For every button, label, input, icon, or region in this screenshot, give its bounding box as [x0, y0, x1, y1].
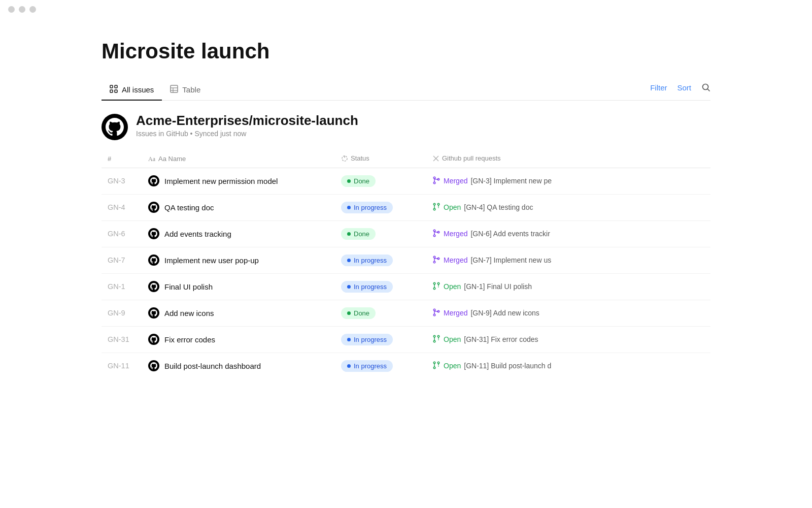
- svg-point-41: [433, 335, 435, 337]
- row-id: GN-31: [101, 326, 142, 353]
- row-id: GN-3: [101, 168, 142, 194]
- issue-name: Add events tracking: [164, 230, 231, 238]
- pr-text: [GN-1] Final UI polish: [464, 282, 532, 291]
- issue-name: Implement new user pop-up: [164, 256, 259, 265]
- row-status: In progress: [335, 353, 426, 379]
- svg-point-31: [433, 282, 435, 284]
- tabs-left: All issues Table: [101, 80, 209, 100]
- tab-table[interactable]: Table: [162, 80, 209, 101]
- row-pr: Open [GN-11] Build post-launch d: [426, 353, 710, 379]
- row-status: Done: [335, 220, 426, 247]
- svg-point-47: [433, 362, 435, 364]
- tab-all-issues[interactable]: All issues: [101, 80, 162, 101]
- svg-point-17: [433, 203, 435, 205]
- row-status: In progress: [335, 326, 426, 353]
- close-button[interactable]: [8, 6, 15, 13]
- svg-point-32: [433, 288, 435, 290]
- table-row[interactable]: GN-4 QA testing doc In progress Open: [101, 194, 710, 220]
- status-dot: [347, 338, 351, 341]
- maximize-button[interactable]: [29, 6, 36, 13]
- svg-rect-3: [115, 90, 117, 92]
- svg-point-13: [433, 177, 435, 179]
- row-name: Build post-launch dashboard: [142, 353, 335, 379]
- row-name: Fix error codes: [142, 326, 335, 353]
- issue-name: Add new icons: [164, 309, 214, 318]
- row-pr: Merged [GN-3] Implement new pe: [426, 168, 710, 194]
- pr-type-icon: [432, 361, 441, 371]
- svg-text:Aa: Aa: [148, 155, 155, 163]
- table-row[interactable]: GN-11 Build post-launch dashboard In pro…: [101, 353, 710, 379]
- sort-button[interactable]: Sort: [677, 83, 691, 92]
- table-icon: [170, 85, 178, 94]
- svg-point-18: [433, 208, 435, 210]
- issue-name: Final UI polish: [164, 282, 213, 291]
- pr-text: [GN-11] Build post-launch d: [464, 362, 551, 370]
- github-icon: [148, 175, 159, 186]
- svg-point-37: [433, 309, 435, 311]
- svg-point-19: [437, 203, 439, 205]
- pr-type-icon: [432, 176, 441, 186]
- svg-point-8: [703, 84, 708, 90]
- row-name: QA testing doc: [142, 194, 335, 220]
- col-header-pr: Github pull requests: [426, 150, 710, 168]
- tabs-bar: All issues Table Filter Sort: [101, 80, 710, 101]
- row-id: GN-6: [101, 220, 142, 247]
- svg-point-27: [433, 256, 435, 258]
- svg-point-48: [433, 367, 435, 369]
- row-pr: Open [GN-1] Final UI polish: [426, 273, 710, 300]
- pr-label: Merged: [444, 230, 467, 238]
- table-row[interactable]: GN-1 Final UI polish In progress Ope: [101, 273, 710, 300]
- issue-name: Implement new permission model: [164, 177, 278, 185]
- search-button[interactable]: [701, 83, 710, 92]
- issues-table: # Aa Aa Name: [101, 150, 710, 379]
- svg-point-43: [437, 335, 439, 337]
- status-label: In progress: [354, 362, 387, 370]
- github-icon: [148, 255, 159, 266]
- pr-text: [GN-4] QA testing doc: [464, 203, 533, 211]
- status-badge: In progress: [341, 334, 393, 345]
- grid-icon: [110, 85, 118, 94]
- table-header: # Aa Aa Name: [101, 150, 710, 168]
- status-badge: In progress: [341, 360, 393, 372]
- table-row[interactable]: GN-6 Add events tracking Done Merged: [101, 220, 710, 247]
- tab-table-label: Table: [182, 85, 200, 94]
- filter-button[interactable]: Filter: [650, 83, 667, 92]
- name-icon: Aa: [148, 155, 155, 163]
- col-header-name: Aa Aa Name: [142, 150, 335, 168]
- status-dot: [347, 206, 351, 209]
- status-dot: [347, 285, 351, 289]
- table-row[interactable]: GN-7 Implement new user pop-up In progre…: [101, 247, 710, 273]
- main-container: Microsite launch All issues: [0, 39, 812, 379]
- pr-label: Open: [444, 335, 461, 343]
- table-row[interactable]: GN-9 Add new icons Done Merged [G: [101, 300, 710, 326]
- pr-label: Merged: [444, 256, 467, 264]
- tab-all-issues-label: All issues: [122, 85, 154, 94]
- row-status: Done: [335, 168, 426, 194]
- table-row[interactable]: GN-3 Implement new permission model Done: [101, 168, 710, 194]
- table-row[interactable]: GN-31 Fix error codes In progress Op: [101, 326, 710, 353]
- status-badge: Done: [341, 307, 376, 319]
- svg-point-28: [433, 261, 435, 263]
- svg-point-33: [437, 282, 439, 284]
- svg-rect-1: [115, 85, 117, 88]
- minimize-button[interactable]: [19, 6, 25, 13]
- page-title: Microsite launch: [101, 39, 710, 64]
- row-id: GN-7: [101, 247, 142, 273]
- github-icon: [148, 334, 159, 345]
- status-label: In progress: [354, 336, 387, 343]
- status-dot: [347, 179, 351, 183]
- repo-name: Acme-Enterprises/microsite-launch: [136, 113, 358, 129]
- svg-rect-4: [171, 85, 178, 92]
- row-status: In progress: [335, 194, 426, 220]
- status-badge: Done: [341, 175, 376, 187]
- pr-label: Open: [444, 282, 461, 291]
- pr-text: [GN-9] Add new icons: [470, 309, 539, 317]
- row-name: Add new icons: [142, 300, 335, 326]
- row-pr: Merged [GN-7] Implement new us: [426, 247, 710, 273]
- repo-meta: Issues in GitHub • Synced just now: [136, 130, 358, 138]
- status-dot: [347, 311, 351, 315]
- pr-label: Merged: [444, 309, 467, 317]
- status-badge: In progress: [341, 281, 393, 293]
- tabs-right: Filter Sort: [650, 83, 710, 97]
- github-icon: [148, 202, 159, 213]
